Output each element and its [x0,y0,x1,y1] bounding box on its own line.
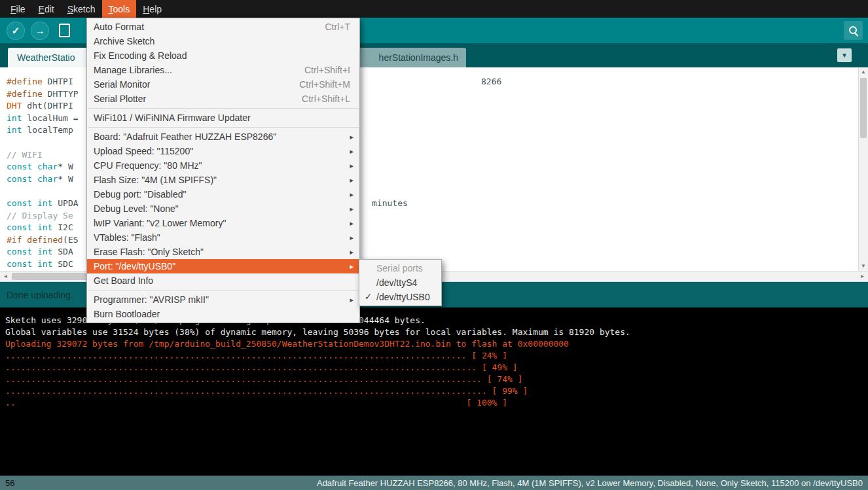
menu-item-debug-level[interactable]: Debug Level: "None" [87,201,359,216]
code-line: const char* W [7,174,79,186]
menu-tools[interactable]: Tools [102,0,137,18]
console-line: ........................................… [5,386,868,398]
code-line [7,137,79,150]
menu-item-board[interactable]: Board: "Adafruit Feather HUZZAH ESP8266" [87,130,359,144]
code-line [7,186,79,198]
menu-item-serial-monitor[interactable]: Serial MonitorCtrl+Shift+M [87,77,359,92]
shortcut-label: Ctrl+T [325,20,351,34]
tab-label: herStationImages.h [379,52,458,63]
submenu-item-ttyusb0[interactable]: /dev/ttyUSB0 [359,290,441,304]
console-line: ........................................… [5,351,868,362]
menu-item-cpu-frequency[interactable]: CPU Frequency: "80 MHz" [87,158,359,173]
code-line: #define DHTPI [7,77,79,89]
check-icon: ✓ [12,26,20,35]
menu-item-manage-libraries[interactable]: Manage Libraries...Ctrl+Shift+I [87,63,359,77]
menu-edit-label: Edit [39,4,54,14]
console-line: .. [ 100% ] [5,398,868,410]
menu-sketch[interactable]: Sketch [61,0,102,18]
scroll-right-icon[interactable] [857,271,868,281]
serial-monitor-button[interactable] [844,21,863,40]
shortcut-label: Ctrl+Shift+M [299,77,350,92]
console-line: ........................................… [5,374,868,386]
menu-separator [88,127,359,128]
status-bar: 56 Adafruit Feather HUZZAH ESP8266, 80 M… [0,476,868,490]
menu-separator [88,290,359,290]
new-sketch-button[interactable] [55,22,73,40]
code-line: int localHum = [7,113,79,126]
code-fragment: minutes [372,198,408,208]
menu-tools-label: Tools [109,4,130,14]
console-line: ........................................… [5,362,868,374]
menu-item-flash-size[interactable]: Flash Size: "4M (1M SPIFFS)" [87,173,359,187]
menubar: File Edit Sketch Tools Help [0,0,868,18]
menu-help-label: Help [143,4,162,14]
shortcut-label: Ctrl+Shift+L [302,92,350,106]
vertical-scroll-thumb[interactable] [860,78,867,138]
menu-item-burn-bootloader[interactable]: Burn Bootloader [87,307,359,321]
code-line: int localTemp [7,125,79,137]
board-info: Adafruit Feather HUZZAH ESP8266, 80 MHz,… [317,478,863,488]
tab-weatherstation-sketch[interactable]: WeatherStatio [8,48,92,67]
console-line: Global variables use 31524 bytes (38%) o… [5,327,868,339]
menu-help[interactable]: Help [136,0,168,18]
vertical-scrollbar[interactable] [858,67,868,271]
code-line: #if defined(ES [7,235,79,247]
menu-item-programmer[interactable]: Programmer: "AVRISP mkII" [87,292,359,307]
code-line: DHT dht(DHTPI [7,101,79,113]
menu-edit[interactable]: Edit [32,0,61,18]
code-line: // WIFI [7,150,79,162]
cursor-line-indicator: 56 [5,478,14,488]
scroll-left-icon[interactable] [0,271,11,281]
submenu-item-ttys4[interactable]: /dev/ttyS4 [359,275,441,290]
menu-sketch-label: Sketch [67,4,96,14]
magnifier-icon [848,26,859,36]
menu-item-get-board-info[interactable]: Get Board Info [87,273,359,288]
console-line: Uploading 329072 bytes from /tmp/arduino… [5,339,868,351]
menu-item-serial-plotter[interactable]: Serial PlotterCtrl+Shift+L [87,92,359,106]
status-message: Done uploading. [7,290,73,300]
menu-file-label: File [10,4,26,14]
menu-item-wifi-firmware-updater[interactable]: WiFi101 / WiFiNINA Firmware Updater [87,111,359,125]
code-line: const char* W [7,162,79,174]
menu-item-upload-speed[interactable]: Upload Speed: "115200" [87,144,359,158]
tab-label: WeatherStatio [17,52,75,63]
shortcut-label: Ctrl+Shift+I [304,63,350,77]
tools-menu: Auto FormatCtrl+T Archive Sketch Fix Enc… [86,18,360,323]
chevron-down-icon: ▼ [841,52,848,59]
menu-item-fix-encoding[interactable]: Fix Encoding & Reload [87,48,359,63]
code-line: // Display Se [7,211,79,223]
code-line: const int I2C [7,222,79,235]
verify-button[interactable]: ✓ [7,22,25,40]
scroll-up-icon[interactable] [859,67,868,77]
menu-item-debug-port[interactable]: Debug port: "Disabled" [87,187,359,201]
page-icon [59,24,70,37]
menu-item-lwip-variant[interactable]: lwIP Variant: "v2 Lower Memory" [87,216,359,230]
menu-item-auto-format[interactable]: Auto FormatCtrl+T [87,20,359,34]
arrow-right-icon: → [35,26,45,35]
code-line: const int SDA [7,247,79,259]
menu-separator [88,108,359,109]
menu-item-erase-flash[interactable]: Erase Flash: "Only Sketch" [87,245,359,259]
console-output: Sketch uses 329072 bytes (31%) of progra… [0,307,868,476]
code-line: #define DHTTYP [7,89,79,101]
upload-button[interactable]: → [31,22,49,40]
scroll-down-icon[interactable] [859,262,868,271]
port-submenu: Serial ports /dev/ttyS4 /dev/ttyUSB0 [359,259,442,306]
code-line: const int UPDA [7,198,79,211]
menu-item-vtables[interactable]: VTables: "Flash" [87,230,359,245]
submenu-header-serial-ports: Serial ports [359,261,441,275]
menu-item-port[interactable]: Port: "/dev/ttyUSB0" [87,259,359,273]
menu-item-archive-sketch[interactable]: Archive Sketch [87,34,359,48]
tab-list-button[interactable]: ▼ [837,48,852,62]
code-fragment: 8266 [481,77,501,86]
menu-file[interactable]: File [4,0,32,18]
code-area: #define DHTPI #define DHTTYP DHT dht(DHT… [7,77,79,271]
code-line: const int SDC [7,259,79,271]
